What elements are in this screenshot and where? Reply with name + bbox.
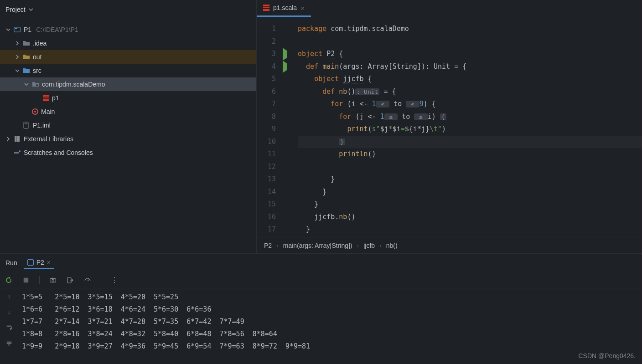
code-line[interactable]: package com.tipdm.scalaDemo (298, 23, 642, 36)
svg-rect-9 (14, 151, 19, 151)
line-number: 2 (257, 36, 276, 48)
line-number: 12 (257, 161, 276, 174)
run-gutter (280, 17, 290, 237)
close-icon[interactable]: × (47, 259, 51, 266)
node-label: Main (41, 108, 55, 115)
line-number: 6 (257, 86, 276, 98)
tree-node-idea[interactable]: .idea (0, 36, 256, 50)
folder-icon (23, 53, 30, 61)
tree-node-out[interactable]: out (0, 50, 256, 64)
package-icon (32, 81, 39, 88)
line-number: 11 (257, 148, 276, 161)
node-label: out (33, 53, 41, 61)
tree-node-scratches[interactable]: Scratches and Consoles (0, 146, 256, 159)
file-icon (23, 122, 30, 129)
exit-icon[interactable] (66, 276, 74, 284)
code-line[interactable]: println() (298, 148, 642, 161)
svg-rect-4 (25, 123, 27, 124)
code-line[interactable]: for (i <- 1 ≤ to ≤ 9) { (298, 98, 642, 111)
code-line[interactable]: for (j <- 1 ≤ to ≤ i) { (298, 111, 642, 123)
run-gutter-icon[interactable] (283, 61, 287, 73)
editor-tabs: p1.scala × (257, 0, 642, 17)
tree-root[interactable]: P1 C:\IDEA\P1\P1 (0, 23, 256, 36)
line-number: 1 (257, 23, 276, 36)
code-area[interactable]: package com.tipdm.scalaDemoobject P2 { d… (290, 17, 642, 237)
project-header[interactable]: Project (0, 0, 256, 19)
svg-point-15 (52, 279, 54, 281)
tree-node-package[interactable]: com.tipdm.scalaDemo (0, 77, 256, 91)
editor-panel: p1.scala × 1234567891011121314151617 pac… (256, 0, 642, 253)
chevron-down-icon (5, 27, 11, 32)
gauge-icon[interactable] (83, 276, 92, 284)
node-label: P1.iml (33, 122, 51, 129)
code-line[interactable]: object P2 { (298, 48, 642, 61)
stop-icon[interactable] (22, 276, 30, 284)
project-tree: P1 C:\IDEA\P1\P1 .idea out src (0, 19, 256, 159)
code-line[interactable]: } (298, 223, 642, 236)
run-title: Run (5, 259, 17, 267)
code-line[interactable] (298, 161, 642, 174)
line-number: 16 (257, 211, 276, 224)
tree-node-main[interactable]: Main (0, 105, 256, 118)
node-label: External Libraries (24, 135, 73, 143)
run-gutter-icon[interactable] (283, 48, 287, 61)
tree-node-external-libs[interactable]: External Libraries (0, 132, 256, 146)
folder-icon (23, 40, 30, 47)
tree-node-src[interactable]: src (0, 64, 256, 77)
scala-icon (43, 95, 49, 101)
project-title: Project (5, 6, 26, 13)
code-line[interactable]: } (298, 136, 642, 149)
run-output[interactable]: 1*5=5 2*5=10 3*5=15 4*5=20 5*5=25 1*6=6 … (18, 288, 642, 364)
run-target-icon (32, 108, 38, 115)
svg-point-12 (19, 150, 21, 152)
code-line[interactable]: object jjcfb { (298, 73, 642, 86)
code-line[interactable]: } (298, 173, 642, 186)
breadcrumb[interactable]: P2›main(args: Array[String])›jjcfb›nb() (257, 237, 642, 253)
camera-icon[interactable] (49, 276, 57, 284)
more-icon[interactable]: ⋮ (110, 276, 119, 284)
svg-rect-10 (14, 152, 19, 153)
code-line[interactable]: def main(args: Array[String]): Unit = { (298, 61, 642, 73)
node-label: Scratches and Consoles (24, 149, 93, 156)
module-icon (14, 26, 21, 33)
node-label: p1 (52, 94, 59, 102)
chevron-right-icon (15, 54, 20, 60)
breadcrumb-item[interactable]: main(args: Array[String]) (283, 242, 352, 249)
breadcrumb-item[interactable]: P2 (264, 242, 272, 249)
chevron-down-icon (24, 82, 29, 87)
soft-wrap-icon[interactable] (5, 324, 13, 332)
breadcrumb-sep: › (276, 242, 279, 249)
code-line[interactable]: def nb(): Unit = { (298, 86, 642, 98)
run-config-tab[interactable]: P2 × (24, 257, 54, 269)
line-number: 3 (257, 48, 276, 61)
breadcrumb-item[interactable]: nb() (386, 242, 398, 249)
node-label: src (33, 67, 41, 74)
code-editor[interactable]: 1234567891011121314151617 package com.ti… (257, 17, 642, 237)
editor-tab[interactable]: p1.scala × (257, 0, 311, 17)
rerun-icon[interactable] (5, 276, 13, 284)
node-label: com.tipdm.scalaDemo (42, 81, 105, 88)
down-arrow-icon[interactable]: ↓ (8, 308, 11, 316)
folder-icon (23, 67, 30, 74)
chevron-down-icon (15, 68, 20, 73)
tree-node-iml[interactable]: P1.iml (0, 118, 256, 132)
code-line[interactable] (298, 36, 642, 48)
svg-rect-13 (24, 277, 29, 282)
code-line[interactable]: } (298, 186, 642, 199)
breadcrumb-item[interactable]: jjcfb (363, 242, 375, 249)
scroll-to-end-icon[interactable] (5, 340, 13, 348)
svg-rect-14 (50, 278, 56, 282)
code-line[interactable]: jjcfb.nb() (298, 211, 642, 224)
chevron-right-icon (5, 136, 11, 142)
code-line[interactable]: print(s"$j*$i=${i*j}\t") (298, 123, 642, 136)
run-side-toolbar: ↑ ↓ (0, 288, 18, 364)
close-icon[interactable]: × (300, 4, 305, 12)
up-arrow-icon[interactable]: ↑ (8, 293, 11, 300)
run-tool-window: Run P2 × ⋮ ↑ ↓ 1*5=5 2*5=10 3 (0, 253, 642, 364)
breadcrumb-sep: › (379, 242, 382, 249)
line-number: 13 (257, 173, 276, 186)
line-number: 8 (257, 111, 276, 123)
project-tool-window: Project P1 C:\IDEA\P1\P1 .idea (0, 0, 256, 253)
tree-node-p1[interactable]: p1 (0, 91, 256, 105)
code-line[interactable]: } (298, 198, 642, 211)
